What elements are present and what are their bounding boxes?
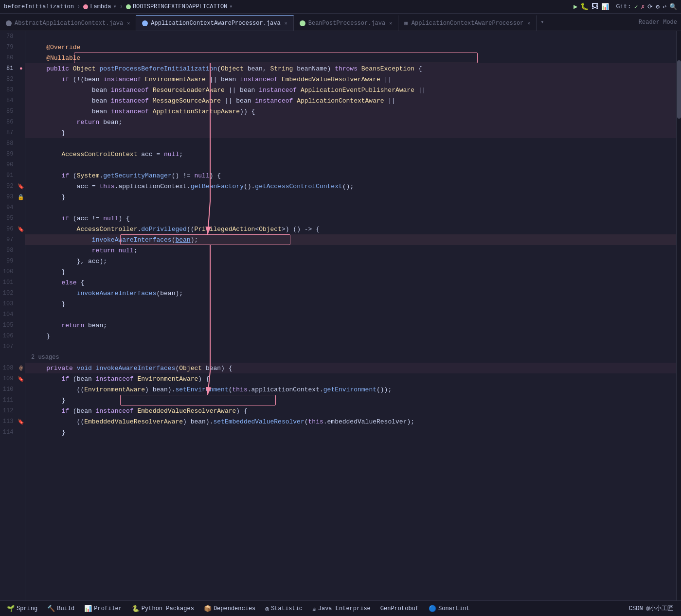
op-83b: || bbox=[414, 87, 426, 94]
paren-97b: ); bbox=[191, 236, 198, 244]
gutter-row-89: 89 bbox=[0, 149, 25, 159]
kw-else-101: else bbox=[31, 279, 77, 286]
bottom-dependencies[interactable]: 📦 Dependencies bbox=[199, 601, 260, 616]
op-83: || bean bbox=[225, 87, 259, 94]
git-x-icon[interactable]: ✗ bbox=[641, 3, 645, 11]
type-str: String bbox=[270, 65, 293, 72]
kw-null-95: null bbox=[103, 215, 118, 222]
toolbar-breadcrumb-item[interactable]: beforeInitialization bbox=[4, 3, 74, 10]
bottom-python-packages[interactable]: 🐍 Python Packages bbox=[127, 601, 199, 616]
paren-110b: ()); bbox=[376, 386, 392, 393]
bottom-profiler[interactable]: 📊 Profiler bbox=[79, 601, 127, 616]
brace-93: } bbox=[31, 194, 65, 201]
gutter-row-102: 102 bbox=[0, 288, 25, 299]
tab-abstract[interactable]: AbstractApplicationContext.java ✕ bbox=[0, 15, 136, 31]
brace-112: ) { bbox=[236, 407, 247, 415]
right-text: CSDN @小小工匠 bbox=[629, 604, 673, 613]
cls-envaware-109: EnvironmentAware bbox=[137, 375, 198, 383]
reader-mode-button[interactable]: Reader Mode bbox=[639, 19, 677, 26]
bottom-bar: 🌱 Spring 🔨 Build 📊 Profiler 🐍 Python Pac… bbox=[0, 600, 681, 616]
tab-icon-abstract bbox=[6, 20, 12, 26]
tab-aware-processor[interactable]: ApplicationContextAwareProcessor.java ✕ bbox=[136, 15, 293, 31]
code-editor[interactable]: @Override @Nullable public Object postPr… bbox=[25, 31, 676, 600]
fn-invokeaware-97: invokeAwareInterfaces bbox=[92, 236, 172, 244]
gutter-icon-81: ● bbox=[17, 66, 25, 71]
code-line-97: invokeAwareInterfaces(bean); bbox=[25, 234, 676, 245]
code-line-102: invokeAwareInterfaces(bean); bbox=[25, 288, 676, 299]
gutter-row-91: 91 bbox=[0, 170, 25, 181]
kw-return-105: return bbox=[31, 322, 84, 329]
code-line-84: bean instanceof MessageSourceAware || be… bbox=[25, 95, 676, 106]
coverage-button[interactable]: ⛾ bbox=[591, 3, 598, 11]
app-chevron: ▾ bbox=[229, 3, 233, 10]
line-num-97: 97 bbox=[0, 236, 17, 243]
tab-bean-post[interactable]: BeanPostProcessor.java ✕ bbox=[294, 15, 398, 31]
tab-more-button[interactable]: ▾ bbox=[537, 18, 548, 26]
lambda-dot bbox=[83, 4, 88, 9]
undo-icon[interactable]: ↩ bbox=[663, 3, 666, 11]
line-num-106: 106 bbox=[0, 333, 17, 339]
dependencies-label: Dependencies bbox=[214, 605, 255, 612]
tab-close-bean[interactable]: ✕ bbox=[389, 20, 392, 26]
brace-100: } bbox=[31, 268, 65, 276]
git-check-icon[interactable]: ✓ bbox=[634, 3, 638, 11]
brace-91: ) { bbox=[210, 172, 221, 179]
tab-close-aware[interactable]: ✕ bbox=[285, 20, 287, 26]
gutter-row-79: 79 bbox=[0, 42, 25, 53]
code-line-100: } bbox=[25, 266, 676, 277]
kw-if-112: if bbox=[31, 407, 73, 415]
param-bean-97: bean bbox=[175, 236, 190, 244]
git-sync-icon[interactable]: ⟳ bbox=[647, 3, 653, 11]
bottom-spring[interactable]: 🌱 Spring bbox=[2, 601, 42, 616]
line-num-83: 83 bbox=[0, 87, 17, 93]
vertical-scrollbar[interactable] bbox=[676, 31, 681, 600]
code-line-83: bean instanceof ResourceLoaderAware || b… bbox=[25, 85, 676, 95]
paren-113b: ); bbox=[407, 418, 414, 425]
var-acc: acc = bbox=[137, 151, 164, 158]
settings-icon[interactable]: ⚙ bbox=[656, 3, 660, 11]
sonar-icon: 🔵 bbox=[429, 605, 436, 613]
cast-110: ) bean). bbox=[145, 386, 175, 393]
chain-110: . bbox=[320, 386, 323, 393]
toolbar-lambda-item[interactable]: Lambda ▾ bbox=[83, 3, 116, 10]
debug-button[interactable]: 🐛 bbox=[580, 2, 589, 11]
java-enterprise-label: Java Enterprise bbox=[318, 605, 371, 612]
search-icon[interactable]: 🔍 bbox=[669, 3, 677, 11]
bottom-java-enterprise[interactable]: ☕ Java Enterprise bbox=[307, 601, 376, 616]
toolbar-app-item[interactable]: BOOTSPRINGEXTENDAPPLICATION ▾ bbox=[126, 3, 233, 10]
gutter-row-103: 103 bbox=[0, 299, 25, 309]
brace-101: { bbox=[77, 279, 85, 286]
type-obj-108: Object bbox=[179, 365, 202, 372]
bottom-genprotobuf[interactable]: GenProtobuf bbox=[376, 601, 424, 616]
scrollbar-thumb[interactable] bbox=[677, 60, 681, 119]
kw-instanceof-83: instanceof bbox=[111, 87, 153, 94]
line-num-90: 90 bbox=[0, 161, 17, 168]
tab-close-abstract[interactable]: ✕ bbox=[127, 20, 130, 26]
generic-96: < bbox=[255, 226, 259, 233]
code-line-92: acc = this.applicationContext.getBeanFac… bbox=[25, 181, 676, 192]
lambda-label: Lambda bbox=[90, 3, 111, 10]
bottom-build[interactable]: 🔨 Build bbox=[42, 601, 79, 616]
cls-emb: EmbeddedValueResolverAware bbox=[282, 76, 380, 83]
gutter-row-usages bbox=[0, 352, 25, 363]
field-appctx-110: applicationContext bbox=[251, 386, 320, 393]
indent-110: (( bbox=[31, 386, 84, 393]
gutter-row-99: 99 bbox=[0, 256, 25, 266]
var-bean-108: bean) { bbox=[202, 365, 232, 372]
profile-button[interactable]: 📊 bbox=[601, 3, 609, 11]
gutter-icon-108: @ bbox=[17, 365, 25, 371]
tab-close-aware2[interactable]: ✕ bbox=[527, 20, 530, 26]
tab-icon-aware2: ▦ bbox=[404, 20, 408, 26]
paren-110a: ( bbox=[229, 386, 233, 393]
line-num-114: 114 bbox=[0, 429, 17, 436]
bottom-statistic[interactable]: ◎ Statistic bbox=[260, 601, 307, 616]
bottom-sonarlint[interactable]: 🔵 SonarLint bbox=[424, 601, 475, 616]
dot-92: . bbox=[115, 183, 119, 190]
tab-aware-processor-2[interactable]: ▦ ApplicationContextAwareProcessor ✕ bbox=[398, 15, 537, 31]
annotation-override: @Override bbox=[31, 44, 80, 51]
cls-res: ResourceLoaderAware bbox=[153, 87, 225, 94]
paren-96: (( bbox=[187, 226, 195, 233]
profiler-label: Profiler bbox=[94, 605, 122, 612]
cls-envaware: EnvironmentAware bbox=[145, 76, 206, 83]
run-button[interactable]: ▶ bbox=[573, 2, 577, 11]
